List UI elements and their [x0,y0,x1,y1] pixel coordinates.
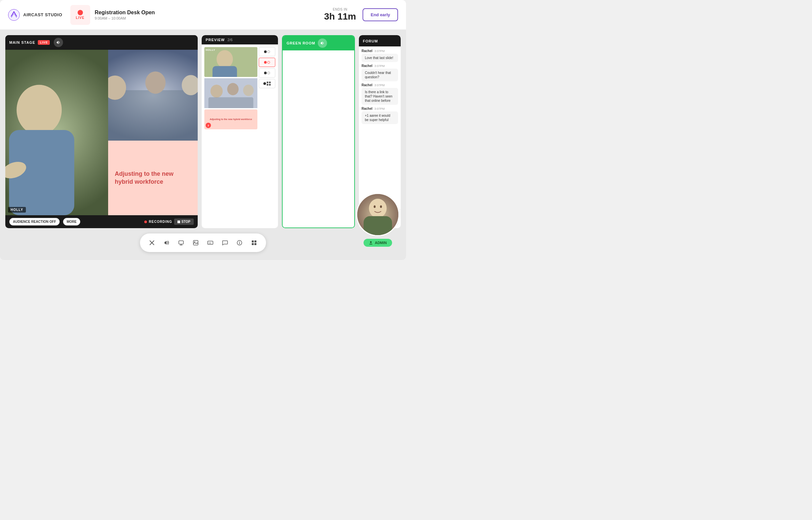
main-stage-panel: MAIN STAGE LIVE [5,35,198,228]
green-room-panel: GREEN ROOM [282,35,355,228]
green-room-content [283,50,354,228]
stage-footer: AUDIENCE REACTION OFF MORE RECORDING STO… [5,215,198,228]
svg-rect-6 [108,90,198,140]
svg-rect-24 [179,241,183,244]
layout-dot-3b [267,72,270,74]
message-3: Rachel 3:07PM Is there a link to that? H… [362,83,398,105]
svg-rect-19 [269,82,271,83]
meeting-silhouette [108,50,198,140]
green-room-speaker-icon[interactable] [318,38,327,48]
preview-header: PREVIEW 2/6 [202,35,278,45]
recording-dot [144,220,147,223]
message-3-time: 3:07PM [374,84,385,87]
preview-content: HOLLY Adjusting to th [202,45,278,228]
layout-btn-4[interactable] [259,79,275,88]
screen-button[interactable] [175,236,188,250]
svg-rect-37 [255,243,256,245]
main-stage-title: MAIN STAGE [9,41,35,45]
svg-point-28 [194,241,195,242]
end-early-button[interactable]: End early [363,8,398,21]
recording-label: RECORDING [149,220,172,224]
admin-label: ADMIN [375,241,387,245]
preview-holly-svg [204,47,257,77]
green-room-header: GREEN ROOM [283,36,354,50]
preview-meeting-video[interactable] [204,78,257,108]
info-button[interactable] [233,236,246,250]
layout-btn-2[interactable] [259,58,275,67]
holly-video-bg [5,50,108,215]
main-content: MAIN STAGE LIVE [0,30,406,260]
bottom-toolbar: CC [5,232,401,255]
media-button[interactable] [189,236,202,250]
layout-dot-1b [267,50,270,53]
header-right: ENDS IN 3h 11m End early [324,8,398,22]
message-4: Rachel 3:07PM +1 aaree it would be super… [362,107,398,124]
svg-point-15 [227,83,238,95]
message-4-bubble: +1 aaree it would be super helpful [362,111,398,124]
svg-point-16 [243,84,254,96]
message-1-time: 3:07PM [374,49,385,53]
layout-btn-3[interactable] [259,68,275,78]
main-stage-header: MAIN STAGE LIVE [5,35,198,50]
session-info: Registration Desk Open 9:00AM – 10:00AM [95,9,155,20]
preview-layout-buttons [259,47,275,226]
logo-area: AIRCAST STUDIO [8,9,62,21]
holly-label: HOLLY [8,207,26,213]
message-3-author: Rachel [362,83,372,87]
slide-text: Adjusting to the new hybrid workforce [115,170,191,186]
svg-rect-12 [213,66,237,77]
grid-button[interactable] [247,236,261,250]
svg-point-41 [374,205,376,208]
preview-slide[interactable]: Adjusting to the new hybrid workforce 2 [204,109,257,129]
admin-avatar-svg [357,193,398,236]
svg-point-42 [380,205,382,208]
preview-title: PREVIEW [206,38,225,42]
live-badge: LIVE [70,5,90,25]
chat-button[interactable] [218,236,232,250]
preview-meeting-svg [204,78,257,108]
recording-area: RECORDING STOP [144,218,194,225]
session-title: Registration Desk Open [95,9,155,16]
svg-rect-21 [269,84,271,85]
svg-rect-17 [208,97,253,108]
preview-holly-label: HOLLY [206,48,215,51]
preview-left-col: HOLLY Adjusting to th [204,47,257,226]
admin-badge[interactable]: ADMIN [364,239,392,247]
preview-panel: PREVIEW 2/6 HOLLY [202,35,278,228]
preview-slide-text: Adjusting to the new hybrid workforce [210,118,252,121]
close-button[interactable] [145,236,159,250]
audience-reaction-button[interactable]: AUDIENCE REACTION OFF [9,218,60,226]
message-2-author-row: Rachel 3:07PM [362,64,398,68]
toolbar-pills: CC [140,233,266,252]
audio-button[interactable] [160,236,173,250]
message-1: Rachel 3:07PM Love that last slide! [362,49,398,62]
closed-caption-button[interactable]: CC [204,236,217,250]
svg-point-43 [370,241,371,243]
person-icon [369,241,373,245]
live-session-info: LIVE Registration Desk Open 9:00AM – 10:… [70,5,155,25]
ends-in-label: ENDS IN [324,8,356,11]
preview-count: 2/6 [228,38,233,42]
info-icon [236,240,242,246]
main-stage-live-tag: LIVE [38,40,50,45]
header: AIRCAST STUDIO LIVE Registration Desk Op… [0,0,406,30]
session-time: 9:00AM – 10:00AM [95,16,155,20]
stop-button[interactable]: STOP [174,218,194,225]
svg-rect-40 [364,216,392,235]
chat-icon [222,240,228,246]
layout-btn-1[interactable] [259,47,275,56]
svg-text:CC: CC [209,242,212,244]
live-text: LIVE [76,16,84,20]
main-stage-speaker-icon[interactable] [54,38,63,47]
svg-point-8 [145,72,165,94]
svg-point-0 [8,9,20,21]
preview-holly-video[interactable]: HOLLY [204,47,257,77]
message-1-author-row: Rachel 3:07PM [362,49,398,53]
meeting-video-bg [108,50,198,140]
meeting-video [108,50,198,140]
forum-title: FORUM [363,39,378,43]
grid-icon [251,240,257,246]
timer-area: ENDS IN 3h 11m [324,8,356,22]
more-button[interactable]: MORE [63,218,80,226]
forum-header: FORUM [359,35,401,47]
